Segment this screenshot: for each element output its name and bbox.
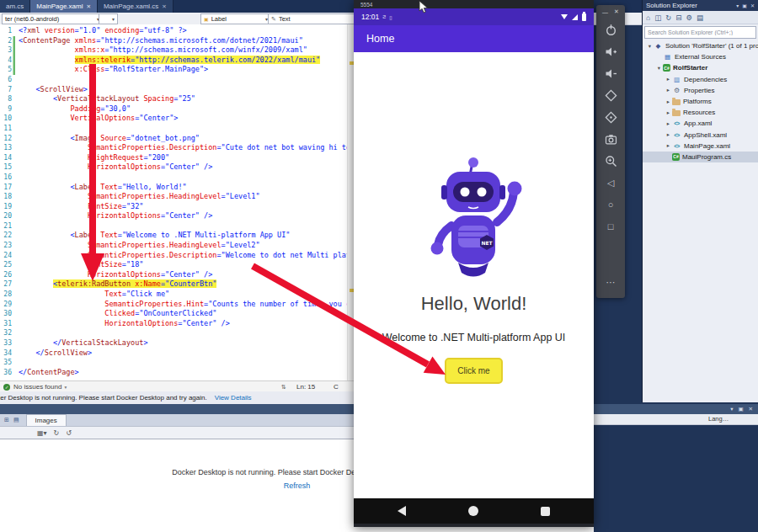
tree-item-label: Properties [684, 87, 714, 94]
solution-icon: ◆ [654, 42, 663, 51]
language-column-header[interactable]: Language [708, 415, 731, 423]
refresh-icon[interactable]: ↻ [665, 13, 671, 22]
tree-item-rolfstarter[interactable]: ▾C#RolfStarter [643, 62, 758, 73]
refresh-icon[interactable]: ↻ [54, 429, 60, 437]
debug-target-dropdown[interactable]: ter (net6.0-android) ▾ [2, 13, 103, 24]
tree-item-solution-rolfstarter-1-of-1-project[interactable]: ▾◆Solution 'RolfStarter' (1 of 1 project… [643, 40, 758, 51]
expander-icon[interactable]: ▸ [665, 76, 672, 82]
close-icon[interactable]: ✕ [162, 3, 166, 10]
back-button[interactable]: ◁ [596, 172, 625, 194]
tree-item-appshell-xaml[interactable]: ▸<>AppShell.xaml [643, 130, 758, 141]
health-check-icon[interactable]: ✓ [3, 384, 10, 391]
tree-item-label: MauiProgram.cs [682, 153, 731, 161]
tree-item-external-sources[interactable]: ▦External Sources [643, 51, 758, 62]
nav-back-button[interactable] [398, 506, 406, 516]
line-number: 3 [0, 45, 15, 56]
expander-icon[interactable]: ▸ [665, 98, 672, 105]
expander-icon[interactable]: ▸ [665, 109, 672, 116]
hello-world-label: Hello, World! [354, 293, 594, 315]
tree-item-app-xaml[interactable]: ▸<>App.xaml [643, 118, 758, 129]
line-number: 31 [0, 319, 15, 329]
home-button[interactable]: ○ [596, 194, 625, 215]
line-number: 8 [0, 94, 15, 104]
close-icon[interactable]: ✕ [749, 406, 753, 412]
close-icon[interactable]: ✕ [750, 3, 755, 8]
rotate-right-button[interactable] [596, 106, 625, 128]
counter-button[interactable]: Click me [445, 358, 502, 384]
android-status-bar: 12:01 Ƨ ▯ [354, 8, 594, 25]
home-icon[interactable]: ⌂ [646, 13, 650, 22]
line-number: 15 [0, 162, 15, 173]
tab-images[interactable]: Images [26, 414, 67, 426]
collapse-all-icon[interactable]: ⊟ [675, 13, 681, 22]
emulator-title-bar[interactable]: 5554 [354, 0, 594, 8]
window-menu-icon[interactable]: ▾ [730, 406, 733, 412]
preview-icon[interactable]: ▤ [697, 13, 703, 22]
signal-icon [572, 14, 578, 20]
element-dropdown[interactable]: ▣ Label ▾ [200, 13, 271, 24]
window-menu-icon[interactable]: ▾ [736, 3, 739, 8]
external-icon: ▦ [663, 53, 672, 61]
solution-explorer-header[interactable]: Solution Explorer ▾ ▣ ✕ [643, 0, 758, 11]
rotate-left-button[interactable] [596, 84, 625, 106]
document-tab-mainpage-xaml-cs[interactable]: MainPage.xaml.cs✕ [98, 0, 173, 13]
pin-icon[interactable]: ▣ [738, 406, 743, 412]
svg-text:NET: NET [481, 240, 493, 246]
welcome-label: Welcome to .NET Multi-platform App UI [354, 332, 594, 343]
nav-recents-button[interactable] [541, 507, 550, 516]
chevron-down-icon[interactable]: ▾ [64, 385, 67, 390]
close-icon[interactable]: ✕ [86, 3, 90, 10]
tree-item-resources[interactable]: ▸Resources [643, 107, 758, 118]
refresh-link[interactable]: Refresh [284, 481, 311, 490]
property-search-box[interactable]: ✎ Text [268, 13, 362, 24]
chevron-down-icon: ▾ [112, 16, 115, 22]
tree-item-mainpage-xaml[interactable]: ▸<>MainPage.xaml [643, 141, 758, 152]
volume-up-button[interactable] [596, 40, 625, 62]
solution-explorer-title: Solution Explorer [646, 2, 733, 9]
close-icon[interactable]: ✕ [614, 8, 619, 15]
expander-icon[interactable]: ▸ [665, 142, 672, 149]
scroll-arrows-icon[interactable]: ⇅ [281, 384, 286, 391]
scrollbar-annotation-mark [350, 61, 354, 65]
folder-icon [672, 110, 681, 116]
overview-button[interactable]: □ [596, 215, 625, 237]
tree-item-platforms[interactable]: ▸Platforms [643, 96, 758, 107]
more-icon: ⋯ [606, 277, 616, 288]
line-number: 28 [0, 290, 15, 300]
document-tab-am-cs[interactable]: am.cs [0, 0, 30, 13]
search-icon[interactable]: ⊞ [4, 417, 9, 423]
view-details-link[interactable]: View Details [215, 394, 252, 402]
line-number: 20 [0, 211, 15, 221]
tree-item-dependencies[interactable]: ▸▥Dependencies [643, 74, 758, 85]
screenshot-button[interactable] [596, 128, 625, 150]
emulator-toolbar: — ✕ ◁ ○ □ ⋯ [596, 5, 625, 298]
tree-item-mauiprogram-cs[interactable]: C#MauiProgram.cs [643, 152, 758, 162]
more-button[interactable]: ⋯ [596, 271, 625, 293]
volume-down-button[interactable] [596, 62, 625, 84]
restart-icon[interactable]: ↺ [66, 429, 72, 437]
expander-icon[interactable]: ▸ [665, 87, 672, 93]
document-tab-mainpage-xaml[interactable]: MainPage.xaml✕ [30, 0, 98, 13]
view-dropdown-icon[interactable]: ▦▾ [37, 429, 47, 437]
secondary-dropdown[interactable]: ▾ [99, 13, 118, 24]
expander-icon[interactable]: ▾ [646, 43, 654, 50]
expander-icon[interactable]: ▸ [665, 120, 672, 127]
solution-search-box[interactable]: Search Solution Explorer (Ctrl+;) [644, 26, 756, 39]
pin-icon[interactable]: ▣ [742, 3, 747, 8]
expander-icon[interactable]: ▾ [655, 65, 663, 72]
layers-icon[interactable]: ▤ [13, 417, 19, 423]
tab-label: MainPage.xaml.cs [104, 3, 158, 10]
properties-icon[interactable]: ⚙ [686, 13, 692, 22]
minimize-icon[interactable]: — [602, 9, 608, 15]
show-all-files-icon[interactable]: ◫ [654, 13, 661, 22]
nav-home-button[interactable] [468, 506, 478, 516]
power-button[interactable] [596, 19, 625, 40]
tree-item-label: Dependencies [684, 76, 727, 83]
zoom-button[interactable] [596, 150, 625, 172]
element-dropdown-value: Label [211, 15, 227, 23]
line-number: 10 [0, 114, 15, 124]
solution-explorer-toolbar: ⌂◫↻⊟⚙▤ [643, 11, 758, 24]
tree-item-properties[interactable]: ▸⚙Properties [643, 85, 758, 96]
expander-icon[interactable]: ▸ [665, 131, 672, 138]
emulator-frame-bottom [354, 524, 594, 527]
